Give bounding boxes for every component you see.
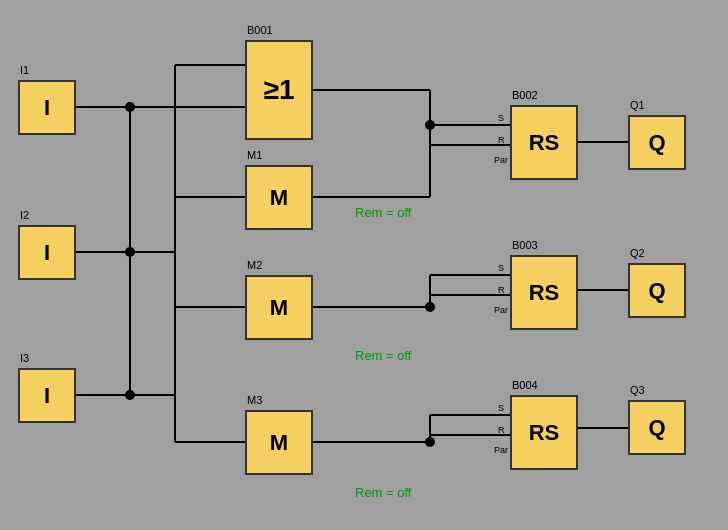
RS1-block: B002 RS S R Par	[510, 105, 578, 180]
RS2-pin-R: R	[498, 285, 505, 295]
M3-content: M	[270, 432, 288, 454]
svg-point-39	[425, 437, 435, 447]
Q3-label: Q3	[630, 384, 645, 396]
RS3-pin-Par: Par	[494, 445, 508, 455]
I1-label: I1	[20, 64, 29, 76]
RS1-content: RS	[529, 132, 560, 154]
rem3-label: Rem = off	[355, 485, 411, 500]
RS3-content: RS	[529, 422, 560, 444]
M1-content: M	[270, 187, 288, 209]
RS1-pin-S: S	[498, 113, 504, 123]
RS2-label: B003	[512, 239, 538, 251]
RS2-pin-Par: Par	[494, 305, 508, 315]
M2-block: M2 M	[245, 275, 313, 340]
I2-label: I2	[20, 209, 29, 221]
I3-content: I	[44, 385, 50, 407]
diagram-canvas: I1 I I2 I I3 I B001 ≥1 M1 M M2 M M3 M B0…	[0, 0, 728, 530]
Q1-content: Q	[648, 132, 665, 154]
RS3-pin-R: R	[498, 425, 505, 435]
I3-block: I3 I	[18, 368, 76, 423]
OR-content: ≥1	[264, 76, 295, 104]
svg-point-35	[125, 247, 135, 257]
rem2-label: Rem = off	[355, 348, 411, 363]
RS3-pin-S: S	[498, 403, 504, 413]
M3-label: M3	[247, 394, 262, 406]
svg-point-36	[125, 390, 135, 400]
RS2-content: RS	[529, 282, 560, 304]
I3-label: I3	[20, 352, 29, 364]
svg-point-38	[425, 302, 435, 312]
RS1-pin-Par: Par	[494, 155, 508, 165]
M3-block: M3 M	[245, 410, 313, 475]
Q3-content: Q	[648, 417, 665, 439]
RS1-pin-R: R	[498, 135, 505, 145]
I2-block: I2 I	[18, 225, 76, 280]
svg-point-37	[425, 120, 435, 130]
I1-content: I	[44, 97, 50, 119]
RS2-pin-S: S	[498, 263, 504, 273]
svg-point-34	[125, 102, 135, 112]
Q1-label: Q1	[630, 99, 645, 111]
wiring-svg	[0, 0, 728, 530]
RS3-block: B004 RS S R Par	[510, 395, 578, 470]
Q2-block: Q2 Q	[628, 263, 686, 318]
I1-block: I1 I	[18, 80, 76, 135]
RS1-label: B002	[512, 89, 538, 101]
Q2-label: Q2	[630, 247, 645, 259]
OR-block: B001 ≥1	[245, 40, 313, 140]
RS2-block: B003 RS S R Par	[510, 255, 578, 330]
OR-label: B001	[247, 24, 273, 36]
Q2-content: Q	[648, 280, 665, 302]
rem1-label: Rem = off	[355, 205, 411, 220]
M2-content: M	[270, 297, 288, 319]
M1-label: M1	[247, 149, 262, 161]
Q3-block: Q3 Q	[628, 400, 686, 455]
RS3-label: B004	[512, 379, 538, 391]
M2-label: M2	[247, 259, 262, 271]
I2-content: I	[44, 242, 50, 264]
Q1-block: Q1 Q	[628, 115, 686, 170]
M1-block: M1 M	[245, 165, 313, 230]
